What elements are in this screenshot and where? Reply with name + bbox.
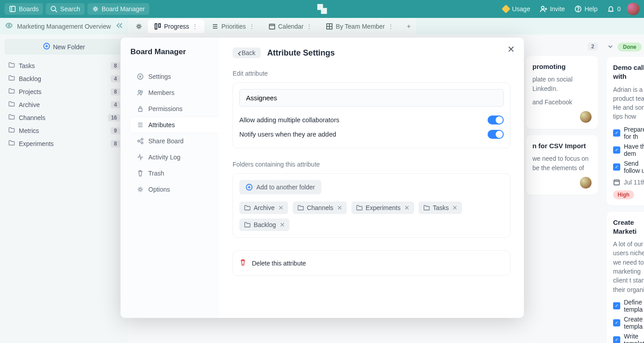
view-settings-button[interactable]	[131, 20, 147, 33]
folder-icon	[8, 126, 15, 135]
invite-label: Invite	[550, 5, 565, 13]
svg-rect-32	[138, 108, 142, 111]
new-folder-label: New Folder	[53, 43, 85, 51]
folder-chip: Backlog✕	[239, 219, 290, 231]
board-manager-button[interactable]: Board Manager	[87, 3, 150, 15]
sidebar-folder[interactable]: Channels16	[4, 111, 124, 124]
remove-chip-button[interactable]: ✕	[404, 204, 410, 211]
calendar-icon	[268, 23, 276, 30]
sidebar-folder[interactable]: Backlog4	[4, 72, 124, 85]
visibility-icon[interactable]	[5, 22, 13, 30]
bell-icon	[607, 5, 614, 13]
collapse-sidebar-icon[interactable]	[116, 22, 123, 30]
toggle-multiple-collaborators[interactable]	[488, 116, 504, 124]
section-label: Folders containing this attribute	[233, 161, 510, 168]
tab-calendar[interactable]: Calendar ⋮	[262, 20, 319, 33]
nav-item-options[interactable]: Options	[130, 182, 219, 197]
tab-progress[interactable]: Progress ⋮	[148, 20, 204, 33]
svg-point-10	[8, 25, 10, 26]
checklist-item[interactable]: ✓Create templa	[613, 316, 644, 330]
check-label: Write template	[624, 333, 644, 343]
nav-item-attributes[interactable]: Attributes	[130, 117, 219, 133]
assignee-avatar[interactable]	[580, 111, 592, 123]
user-avatar[interactable]	[627, 3, 640, 15]
checklist-item[interactable]: ✓Define templa	[613, 299, 644, 313]
tab-menu-icon[interactable]: ⋮	[249, 23, 255, 30]
edit-attribute-panel: Allow adding multiple collaborators Noti…	[233, 82, 510, 148]
folder-icon	[8, 87, 15, 96]
column-count: 2	[588, 43, 598, 51]
assignee-avatar[interactable]	[580, 177, 592, 189]
checklist-item[interactable]: ✓Prepare for th	[613, 126, 644, 140]
nav-item-permissions[interactable]: Permissions	[130, 101, 219, 116]
checklist-item[interactable]: ✓Send follow u	[613, 160, 644, 174]
nav-item-members[interactable]: Members	[130, 85, 219, 100]
attribute-name-input[interactable]	[239, 89, 504, 107]
svg-point-38	[141, 142, 143, 144]
remove-chip-button[interactable]: ✕	[337, 204, 342, 211]
sidebar-folder[interactable]: Tasks8	[4, 59, 124, 72]
search-button[interactable]: Search	[46, 3, 84, 15]
remove-chip-button[interactable]: ✕	[452, 204, 458, 211]
folder-count: 8	[111, 88, 120, 95]
chevron-down-icon[interactable]	[607, 43, 614, 51]
folder-count: 16	[108, 114, 120, 121]
chip-label: Channels	[307, 204, 333, 211]
invite-button[interactable]: Invite	[536, 3, 568, 15]
help-button[interactable]: Help	[571, 3, 601, 15]
checklist-item[interactable]: ✓Write template	[613, 333, 644, 343]
card-date: Jul 11th	[624, 179, 644, 186]
card[interactable]: promoting plate on social LinkedIn. and …	[526, 56, 598, 129]
nav-label: Settings	[148, 73, 171, 80]
trash-icon	[239, 259, 246, 267]
delete-attribute-button[interactable]: Delete this attribute	[233, 250, 510, 276]
tab-label: Calendar	[278, 23, 304, 30]
card-desc: A lot of our users niche, we need to mar…	[613, 240, 644, 294]
folder-icon	[8, 113, 15, 122]
back-button[interactable]: Back	[233, 47, 261, 58]
card[interactable]: Create Marketi A lot of our users niche,…	[607, 212, 644, 343]
toggle-notify-users[interactable]	[488, 130, 504, 139]
new-folder-button[interactable]: New Folder	[4, 39, 124, 55]
card-desc: Adrian is a product team. He and some ti…	[613, 85, 644, 121]
card[interactable]: Demo call with Adrian is a product team.…	[607, 57, 644, 206]
notifications-button[interactable]: 0	[604, 3, 624, 15]
kanban-icon	[154, 23, 161, 30]
board-icon	[9, 5, 16, 13]
usage-button[interactable]: Usage	[499, 3, 533, 15]
board-manager-label: Board Manager	[102, 5, 145, 13]
board-manager-modal: Board Manager SettingsMembersPermissions…	[121, 38, 524, 318]
sidebar-folder[interactable]: Archive4	[4, 98, 124, 111]
card-title: n for CSV Import	[532, 141, 592, 150]
sidebar-folder[interactable]: Metrics9	[4, 124, 124, 137]
svg-point-36	[138, 140, 139, 142]
plus-circle-icon	[246, 184, 253, 191]
card[interactable]: n for CSV Import we need to focus on be …	[526, 135, 598, 195]
remove-chip-button[interactable]: ✕	[280, 221, 285, 228]
svg-rect-17	[269, 24, 275, 29]
check-label: Send follow u	[624, 160, 644, 174]
tab-menu-icon[interactable]: ⋮	[388, 23, 394, 30]
nav-item-share-board[interactable]: Share Board	[130, 133, 219, 149]
nav-item-activity-log[interactable]: Activity Log	[130, 150, 219, 165]
chip-label: Experiments	[366, 204, 401, 211]
tab-priorities[interactable]: Priorities ⋮	[205, 20, 261, 33]
view-tabs-bar: Progress ⋮ Priorities ⋮ Calendar ⋮ By Te…	[128, 18, 644, 34]
nav-item-trash[interactable]: Trash	[130, 166, 219, 181]
add-to-folder-button[interactable]: Add to another folder	[239, 180, 321, 194]
close-button[interactable]: ✕	[507, 44, 515, 55]
tab-menu-icon[interactable]: ⋮	[306, 23, 312, 30]
boards-button[interactable]: Boards	[4, 3, 43, 15]
folder-chip: Tasks✕	[419, 202, 462, 214]
add-view-button[interactable]: ＋	[401, 20, 416, 33]
tab-by-team-member[interactable]: By Team Member ⋮	[320, 20, 400, 33]
remove-chip-button[interactable]: ✕	[278, 204, 284, 211]
nav-item-settings[interactable]: Settings	[130, 69, 219, 84]
checklist-item[interactable]: ✓Have the dem	[613, 143, 644, 157]
sidebar-folder[interactable]: Experiments8	[4, 137, 124, 150]
sidebar-folder[interactable]: Projects8	[4, 85, 124, 98]
search-icon	[50, 5, 57, 13]
folder-name: Archive	[19, 101, 40, 108]
topbar: Boards Search Board Manager Usage Invite…	[0, 0, 644, 18]
tab-menu-icon[interactable]: ⋮	[192, 23, 198, 30]
